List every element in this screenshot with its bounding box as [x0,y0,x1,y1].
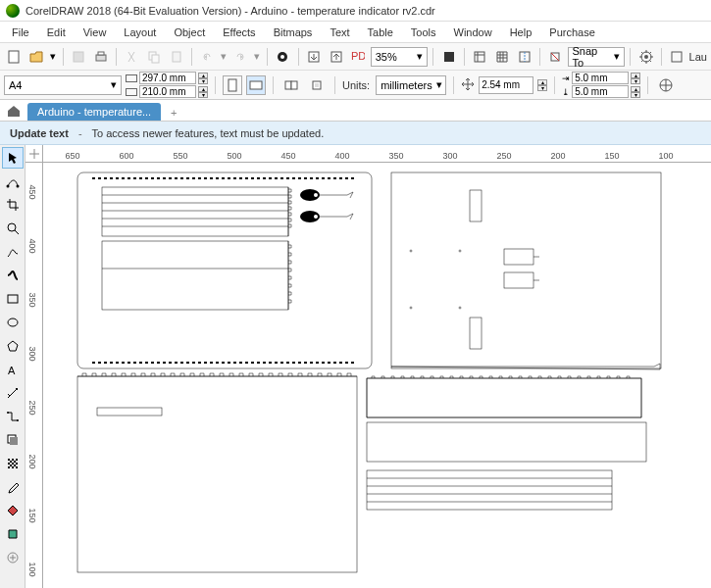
notice-title: Update text [10,127,69,139]
svg-rect-12 [444,52,454,62]
menu-window[interactable]: Window [446,24,500,40]
fullscreen-preview-button[interactable] [438,46,459,68]
undo-button[interactable] [197,46,218,68]
snap-off-button[interactable] [545,46,566,68]
paper-size-combo[interactable]: A4 ▾ [4,75,122,95]
treat-as-filled-button[interactable] [655,74,677,96]
nudge-spinner[interactable]: ▴▾ [537,79,547,91]
svg-point-28 [8,223,16,231]
vertical-ruler[interactable]: 450 400 350 300 250 200 150 100 [25,163,43,588]
drop-shadow-tool[interactable] [2,429,24,451]
options-button[interactable] [635,46,656,68]
new-tab-button[interactable]: + [165,105,182,121]
menu-file[interactable]: File [4,24,37,40]
freehand-tool[interactable] [2,241,24,263]
parallel-dimension-tool[interactable] [2,382,24,404]
redo-button[interactable] [230,46,251,68]
all-pages-button[interactable] [280,74,302,96]
launch-label: Lau [689,51,707,63]
ellipse-tool[interactable] [2,312,24,333]
rectangle-tool[interactable] [2,288,24,310]
menu-object[interactable]: Object [166,24,213,40]
horizontal-ruler[interactable]: 650 600 550 500 450 400 350 300 250 200 … [43,145,711,163]
dup-y-input[interactable] [572,85,629,98]
publish-pdf-button[interactable]: PDF [348,46,369,68]
width-icon [126,74,137,82]
paste-button[interactable] [166,46,186,68]
open-button[interactable] [26,46,47,68]
quick-customize-button[interactable] [2,547,24,568]
snap-to-combo[interactable]: Snap To ▾ [568,47,626,67]
menu-tools[interactable]: Tools [403,24,444,40]
drawing-canvas[interactable] [43,163,711,588]
menu-bitmaps[interactable]: Bitmaps [266,24,321,40]
welcome-tab-icon[interactable] [6,103,22,121]
svg-point-27 [16,185,19,188]
menu-text[interactable]: Text [322,24,357,40]
menu-table[interactable]: Table [360,24,401,40]
width-spinner[interactable]: ▴▾ [198,73,208,84]
landscape-button[interactable] [246,75,266,95]
smart-fill-tool[interactable] [2,523,24,545]
dup-x-icon: ⇥ [562,74,570,83]
menu-help[interactable]: Help [502,24,540,40]
save-button[interactable] [69,46,89,68]
menu-edit[interactable]: Edit [39,24,74,40]
dupy-spinner[interactable]: ▴▾ [631,86,640,98]
svg-rect-19 [229,79,236,91]
interactive-fill-tool[interactable] [2,500,24,521]
text-tool[interactable]: A [2,359,24,380]
svg-rect-36 [8,459,18,468]
dup-x-input[interactable] [572,72,629,84]
svg-point-33 [17,419,19,421]
notice-dash: - [78,127,82,139]
nudge-input[interactable] [479,76,533,94]
show-grid-button[interactable] [492,46,513,68]
copy-button[interactable] [144,46,165,68]
artistic-media-tool[interactable] [2,265,24,286]
current-page-button[interactable] [306,74,328,96]
shape-tool[interactable] [2,171,24,192]
import-button[interactable] [304,46,325,68]
open-dropdown[interactable]: ▾ [48,50,57,63]
page-height-input[interactable] [139,85,196,98]
new-button[interactable] [4,46,25,68]
svg-rect-67 [97,408,162,416]
print-button[interactable] [90,46,111,68]
menu-purchase[interactable]: Purchase [541,24,602,40]
pick-tool[interactable] [2,147,24,169]
eyedropper-tool[interactable] [2,476,24,498]
ruler-origin[interactable] [25,145,43,163]
menu-layout[interactable]: Layout [116,24,164,40]
crop-tool[interactable] [2,194,24,216]
svg-rect-35 [10,437,18,445]
cut-button[interactable] [122,46,142,68]
paper-size-value: A4 [9,79,22,91]
svg-rect-20 [250,81,262,89]
transparency-tool[interactable] [2,453,24,474]
units-combo[interactable]: millimeters ▾ [376,75,446,95]
polygon-tool[interactable] [2,335,24,357]
height-spinner[interactable]: ▴▾ [198,86,208,98]
export-button[interactable] [326,46,346,68]
launch-button[interactable] [667,46,687,68]
page-width-input[interactable] [139,72,196,84]
svg-rect-40 [77,172,372,368]
menu-view[interactable]: View [76,24,115,40]
document-tab-label: Arduino - temperature... [37,106,151,118]
zoom-combo[interactable]: 35% ▾ [371,47,429,67]
undo-dropdown[interactable]: ▾ [220,50,229,63]
units-value: millimeters [381,79,432,91]
connector-tool[interactable] [2,406,24,427]
search-content-button[interactable] [273,46,293,68]
svg-rect-68 [367,378,641,417]
height-icon [126,88,137,96]
portrait-button[interactable] [223,75,242,95]
redo-dropdown[interactable]: ▾ [253,50,262,63]
zoom-tool[interactable] [2,218,24,239]
document-tab[interactable]: Arduino - temperature... [27,103,161,121]
show-guidelines-button[interactable] [514,46,534,68]
dupx-spinner[interactable]: ▴▾ [631,73,640,84]
show-rulers-button[interactable] [470,46,490,68]
menu-effects[interactable]: Effects [215,24,263,40]
